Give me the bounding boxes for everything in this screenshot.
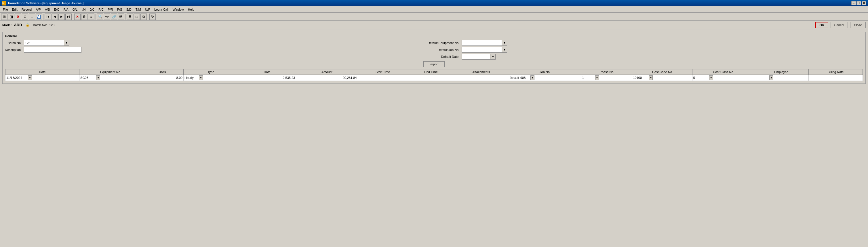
col-cost-code-no: Cost Code No	[632, 69, 692, 75]
link-button[interactable]: 🔗	[111, 13, 117, 20]
menu-item-pr[interactable]: P/R	[106, 7, 115, 12]
date-dropdown-btn[interactable]: ▼	[28, 75, 32, 80]
batch-no-dropdown-btn[interactable]: ▼	[64, 40, 69, 46]
date-cell-wrapper: ▼	[6, 75, 78, 80]
table-row: ▼ ▼ ▼ Default ▼ ▼ ▼ ▼ ▼	[5, 75, 863, 81]
separator-2	[73, 14, 73, 20]
form-view-button[interactable]: ◨	[8, 13, 14, 20]
jobno-cell-wrapper: Default ▼	[509, 75, 580, 80]
default-equip-input[interactable]	[462, 40, 502, 46]
menu-item-help[interactable]: Help	[186, 7, 196, 12]
date-input[interactable]	[6, 76, 28, 80]
col-units: Units	[141, 69, 183, 75]
equip-dropdown-btn[interactable]: ▼	[96, 75, 100, 80]
delete-button[interactable]: ✖	[15, 13, 21, 20]
equip-input[interactable]	[80, 76, 96, 80]
new-button[interactable]: □	[29, 13, 35, 20]
employee-dropdown-btn[interactable]: ▼	[769, 75, 773, 80]
prev-button[interactable]: ◀	[52, 13, 58, 20]
chain-button[interactable]: ⛓	[118, 13, 124, 20]
batch-no-wrapper: ▼	[24, 40, 425, 46]
type-dropdown-btn[interactable]: ▼	[199, 75, 203, 80]
employee-input[interactable]	[755, 76, 769, 80]
close-button-mode[interactable]: Close	[850, 22, 866, 28]
grid-header-row: Date Equipment No Units Type Rate Amount…	[5, 69, 863, 75]
default-date-dropdown-btn[interactable]: ▼	[490, 54, 496, 60]
costclass-dropdown-btn[interactable]: ▼	[709, 75, 713, 80]
close-button[interactable]: ✕	[862, 1, 866, 5]
rate-input[interactable]	[239, 76, 295, 80]
sql-button[interactable]: SQL	[104, 13, 110, 20]
menu-item-tm[interactable]: T/M	[134, 7, 143, 12]
detail-button[interactable]: ≡	[88, 13, 94, 20]
new2-button[interactable]: □	[133, 13, 140, 20]
list-button[interactable]: ☰	[127, 13, 133, 20]
cancel-x-button[interactable]: ✖	[74, 13, 81, 20]
amount-input[interactable]	[297, 76, 356, 80]
equip-cell-wrapper: ▼	[80, 75, 140, 80]
import-section: Import	[5, 61, 863, 67]
employee-cell-wrapper: ▼	[755, 75, 808, 80]
menu-item-in[interactable]: I/N	[80, 7, 87, 12]
find-button[interactable]: 🔍	[97, 13, 103, 20]
default-job-dropdown-btn[interactable]: ▼	[502, 47, 507, 53]
copy-button[interactable]: ⧉	[141, 13, 147, 20]
locate-button[interactable]: ⊙	[22, 13, 28, 20]
menu-item-jc[interactable]: J/C	[88, 7, 96, 12]
batch-no-input[interactable]	[24, 40, 64, 46]
import-button[interactable]: Import	[423, 61, 444, 67]
grid-view-button[interactable]: ⊞	[1, 13, 7, 20]
first-button[interactable]: |◀	[44, 13, 51, 20]
default-job-input[interactable]	[462, 47, 502, 53]
costcode-dropdown-btn[interactable]: ▼	[649, 75, 653, 80]
costcode-input[interactable]	[633, 76, 649, 80]
menu-item-up[interactable]: U/P	[143, 7, 152, 12]
col-cost-class-no: Cost Class No	[692, 69, 754, 75]
jobno-dropdown-btn[interactable]: ▼	[530, 75, 534, 80]
minimize-button[interactable]: ─	[851, 1, 856, 5]
restore-button[interactable]: ❐	[857, 1, 861, 5]
attachments-input[interactable]	[455, 76, 507, 80]
description-label: Description:	[5, 48, 22, 52]
costclass-input[interactable]	[693, 76, 709, 80]
col-employee: Employee	[754, 69, 809, 75]
menu-item-file[interactable]: File	[1, 7, 10, 12]
phaseno-input[interactable]	[582, 76, 595, 80]
menu-item-record[interactable]: Record	[20, 7, 33, 12]
default-equip-dropdown-btn[interactable]: ▼	[502, 40, 507, 46]
save-button[interactable]	[36, 13, 42, 20]
units-input[interactable]	[142, 76, 183, 80]
billing-rate-input[interactable]	[810, 76, 862, 80]
menu-item-eq[interactable]: E/Q	[52, 7, 61, 12]
col-type: Type	[183, 69, 238, 75]
next-button[interactable]: ▶	[58, 13, 65, 20]
menu-item-sd[interactable]: S/D	[124, 7, 133, 12]
svg-text:F: F	[2, 2, 4, 5]
costclass-cell-wrapper: ▼	[693, 75, 753, 80]
phaseno-dropdown-btn[interactable]: ▼	[595, 75, 599, 80]
trash-button[interactable]: 🗑	[81, 13, 88, 20]
menu-item-ps[interactable]: P/S	[115, 7, 124, 12]
ok-button[interactable]: OK	[815, 22, 828, 28]
menu-item-window[interactable]: Window	[171, 7, 186, 12]
end-time-input[interactable]	[409, 76, 453, 80]
cancel-button[interactable]: Cancel	[831, 22, 848, 28]
col-end-time: End Time	[408, 69, 454, 75]
description-input[interactable]	[24, 47, 82, 53]
col-start-time: Start Time	[358, 69, 408, 75]
grid-table: Date Equipment No Units Type Rate Amount…	[5, 69, 863, 81]
menu-item-pc[interactable]: P/C	[97, 7, 105, 12]
menu-item-ap[interactable]: A/P	[34, 7, 42, 12]
refresh-button[interactable]: ↻	[149, 13, 156, 20]
panel-title: General	[5, 34, 863, 38]
default-date-input[interactable]	[462, 54, 490, 60]
type-input[interactable]	[184, 76, 199, 80]
menu-item-ab[interactable]: A/B	[43, 7, 52, 12]
start-time-input[interactable]	[359, 76, 407, 80]
jobno-input[interactable]	[520, 76, 530, 80]
menu-item-edit[interactable]: Edit	[10, 7, 19, 12]
menu-item-gl[interactable]: G/L	[71, 7, 80, 12]
last-button[interactable]: ▶|	[65, 13, 72, 20]
menu-item-logcall[interactable]: Log a Call	[153, 7, 170, 12]
menu-item-fa[interactable]: F/A	[62, 7, 70, 12]
